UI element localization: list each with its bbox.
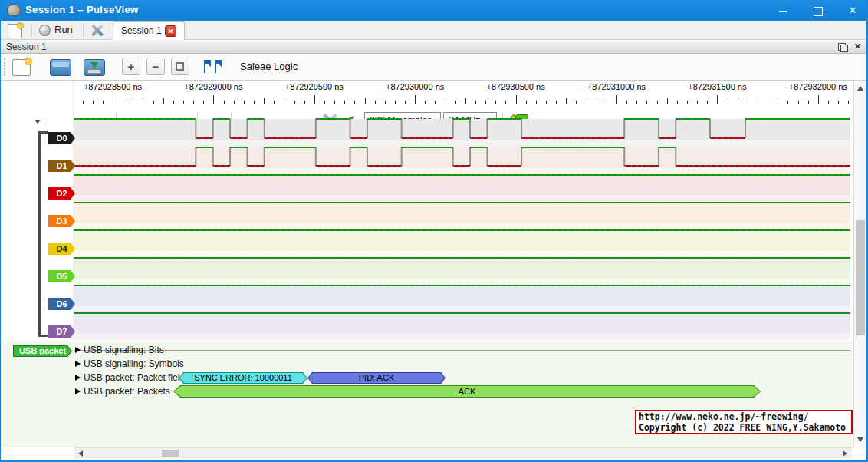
row-label-packet-fields[interactable]: USB packet: Packet fields [84, 372, 189, 383]
decoder-group-tag[interactable]: USB packet [13, 345, 72, 357]
watermark-url: http://www.neko.ne.jp/~freewing/ [639, 411, 851, 422]
packet-label: ACK [174, 386, 760, 397]
expand-triangle-icon[interactable] [75, 388, 81, 394]
watermark-box: http://www.neko.ne.jp/~freewing/ Copyrig… [635, 410, 853, 434]
expand-triangle-icon[interactable] [75, 375, 81, 381]
expand-triangle-icon[interactable] [75, 347, 81, 353]
pid-field-label: PID: ACK [308, 373, 445, 383]
sync-field-label: SYNC ERROR: 10000011 [179, 373, 307, 383]
annotation-pid-field: PID: ACK [307, 372, 446, 384]
row-label-packets[interactable]: USB packet: Packets [84, 386, 170, 397]
row-label-bits[interactable]: USB signalling: Bits [84, 345, 164, 355]
pulseview-window: Session 1 – PulseView ✕ Run Session 1 ✕ … [0, 0, 868, 462]
channel-group-bracket[interactable] [38, 131, 48, 337]
row-label-symbols[interactable]: USB signalling: Symbols [84, 358, 184, 369]
expand-triangle-icon[interactable] [75, 361, 81, 367]
annotation-sync-field: SYNC ERROR: 10000011 [179, 372, 307, 384]
annotation-packet: ACK [173, 385, 761, 398]
decoder-group-label: USB packet [14, 346, 71, 356]
watermark-copyright: Copyright (c) 2022 FREE WING,Y.Sakamoto [639, 422, 851, 433]
bits-row-baseline [74, 350, 850, 351]
